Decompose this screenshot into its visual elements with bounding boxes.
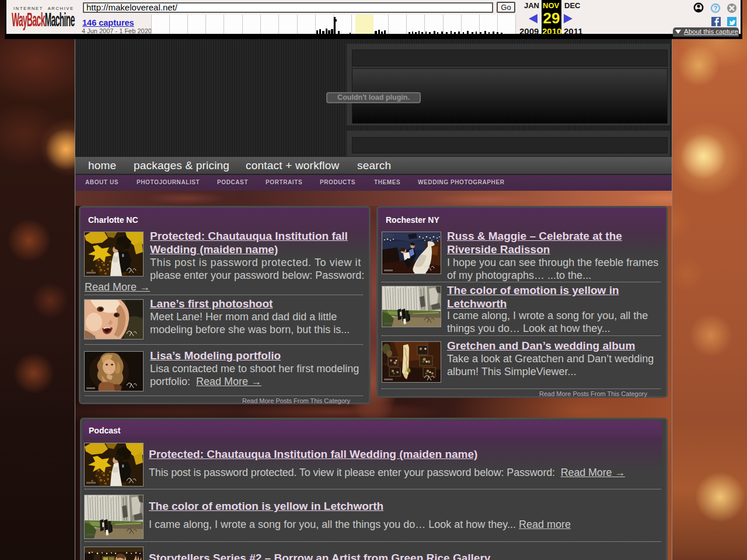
svg-text:?: ?: [713, 5, 717, 12]
